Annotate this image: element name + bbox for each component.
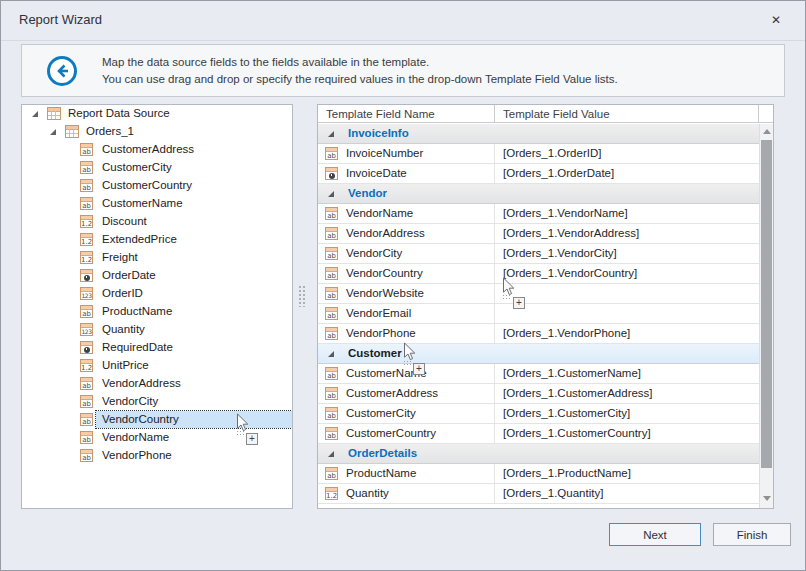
- tree-field-label: ExtendedPrice: [102, 233, 177, 245]
- column-header-template-field-name[interactable]: Template Field Name: [318, 105, 495, 123]
- tree-field-label: Quantity: [102, 323, 145, 335]
- tree-field-requireddate[interactable]: RequiredDate: [22, 339, 292, 357]
- template-field-name-cell: abCustomerName: [318, 364, 495, 383]
- grid-row-vendorwebsite: abVendorWebsite: [318, 284, 759, 304]
- field-name-label: VendorWebsite: [346, 287, 424, 299]
- template-field-value-cell[interactable]: [Orders_1.ProductName]: [495, 464, 759, 483]
- tree-field-vendorcity[interactable]: abVendorCity: [22, 393, 292, 411]
- next-button[interactable]: Next: [609, 523, 701, 546]
- template-field-value-cell[interactable]: [Orders_1.VendorCity]: [495, 244, 759, 263]
- expand-collapse-icon[interactable]: [50, 129, 56, 135]
- tree-field-extendedprice[interactable]: 1.2ExtendedPrice: [22, 231, 292, 249]
- expand-collapse-icon[interactable]: [32, 111, 38, 117]
- scroll-up-icon[interactable]: [760, 124, 773, 139]
- template-field-value-cell[interactable]: [Orders_1.CustomerCountry]: [495, 424, 759, 443]
- instruction-line-1: Map the data source fields to the fields…: [102, 54, 618, 71]
- tree-field-label: VendorName: [102, 431, 169, 443]
- tree-field-freight[interactable]: 1.2Freight: [22, 249, 292, 267]
- group-row-invoiceinfo[interactable]: InvoiceInfo: [318, 124, 759, 144]
- tree-field-customercountry[interactable]: abCustomerCountry: [22, 177, 292, 195]
- expand-collapse-icon[interactable]: [328, 351, 334, 357]
- field-value-text: [Orders_1.VendorCountry]: [503, 267, 637, 279]
- template-field-value-cell[interactable]: [Orders_1.OrderDate]: [495, 164, 759, 183]
- field-value-text: [Orders_1.OrderID]: [503, 147, 601, 159]
- text-field-icon: ab: [325, 207, 338, 220]
- template-field-name-cell: abVendorEmail: [318, 304, 495, 323]
- group-row-vendor[interactable]: Vendor: [318, 184, 759, 204]
- finish-button[interactable]: Finish: [713, 523, 791, 546]
- tree-field-productname[interactable]: abProductName: [22, 303, 292, 321]
- back-arrow-icon[interactable]: [46, 55, 78, 87]
- text-field-icon: ab: [325, 307, 338, 320]
- field-name-label: CustomerCountry: [346, 427, 436, 439]
- field-value-text: [Orders_1.CustomerAddress]: [503, 387, 653, 399]
- text-field-icon: ab: [80, 305, 93, 318]
- grid-row-vendoraddress: abVendorAddress[Orders_1.VendorAddress]: [318, 224, 759, 244]
- tree-field-unitprice[interactable]: 1.2UnitPrice: [22, 357, 292, 375]
- template-field-name-cell: abVendorName: [318, 204, 495, 223]
- tree-field-quantity[interactable]: 123Quantity: [22, 321, 292, 339]
- template-field-value-cell[interactable]: [Orders_1.VendorAddress]: [495, 224, 759, 243]
- group-row-customer[interactable]: Customer: [318, 344, 759, 364]
- grid-row-customername: abCustomerName[Orders_1.CustomerName]: [318, 364, 759, 384]
- tree-field-vendorphone[interactable]: abVendorPhone: [22, 447, 292, 465]
- expand-collapse-icon[interactable]: [328, 131, 334, 137]
- template-field-value-cell[interactable]: [Orders_1.VendorName]: [495, 204, 759, 223]
- date-field-icon: [325, 167, 338, 180]
- decimal-field-icon: 1.2: [80, 215, 93, 228]
- expand-collapse-icon[interactable]: [328, 191, 334, 197]
- field-name-label: CustomerAddress: [346, 387, 438, 399]
- template-field-value-cell[interactable]: [Orders_1.VendorPhone]: [495, 324, 759, 343]
- template-field-value-cell[interactable]: [495, 304, 759, 323]
- wizard-instructions: Map the data source fields to the fields…: [102, 54, 618, 88]
- tree-node-label: Report Data Source: [68, 107, 170, 119]
- text-field-icon: ab: [325, 327, 338, 340]
- text-field-icon: ab: [325, 147, 338, 160]
- tree-field-customername[interactable]: abCustomerName: [22, 195, 292, 213]
- vertical-scrollbar[interactable]: [759, 124, 773, 508]
- grid-row-invoicenumber: abInvoiceNumber[Orders_1.OrderID]: [318, 144, 759, 164]
- tree-field-label: VendorAddress: [102, 377, 181, 389]
- template-field-value-cell[interactable]: [Orders_1.Quantity]: [495, 484, 759, 503]
- group-row-orderdetails[interactable]: OrderDetails: [318, 444, 759, 464]
- grid-body: InvoiceInfoabInvoiceNumber[Orders_1.Orde…: [318, 124, 759, 504]
- tree-field-discount[interactable]: 1.2Discount: [22, 213, 292, 231]
- tree-field-orderdate[interactable]: OrderDate: [22, 267, 292, 285]
- scrollbar-thumb[interactable]: [761, 140, 772, 468]
- template-field-value-cell[interactable]: [495, 284, 759, 303]
- table-icon: [47, 107, 61, 120]
- integer-field-icon: 123: [80, 287, 93, 300]
- tree-field-customercity[interactable]: abCustomerCity: [22, 159, 292, 177]
- template-field-value-cell[interactable]: [Orders_1.OrderID]: [495, 144, 759, 163]
- expand-collapse-icon[interactable]: [328, 451, 334, 457]
- tree-field-orderid[interactable]: 123OrderID: [22, 285, 292, 303]
- close-icon[interactable]: ✕: [767, 11, 785, 29]
- template-field-value-cell[interactable]: [Orders_1.CustomerCity]: [495, 404, 759, 423]
- template-field-value-cell[interactable]: [Orders_1.CustomerAddress]: [495, 384, 759, 403]
- tree-field-label: OrderID: [102, 287, 143, 299]
- tree-field-label: VendorCountry: [102, 413, 179, 425]
- tree-field-vendorcountry[interactable]: abVendorCountry: [22, 411, 292, 429]
- scroll-down-icon[interactable]: [760, 491, 773, 506]
- field-name-label: VendorEmail: [346, 307, 411, 319]
- template-field-value-cell[interactable]: [Orders_1.CustomerName]: [495, 364, 759, 383]
- tree-node-orders-1[interactable]: Orders_1: [22, 123, 292, 141]
- tree-field-label: CustomerName: [102, 197, 183, 209]
- template-field-name-cell: abVendorPhone: [318, 324, 495, 343]
- tree-field-vendorname[interactable]: abVendorName: [22, 429, 292, 447]
- field-name-label: InvoiceDate: [346, 167, 407, 179]
- grid-header: Template Field Name Template Field Value: [318, 105, 773, 124]
- text-field-icon: ab: [80, 377, 93, 390]
- tree-node-report-data-source[interactable]: Report Data Source: [22, 105, 292, 123]
- tree-field-customeraddress[interactable]: abCustomerAddress: [22, 141, 292, 159]
- grid-row-vendorcity: abVendorCity[Orders_1.VendorCity]: [318, 244, 759, 264]
- field-value-text: [Orders_1.VendorPhone]: [503, 327, 630, 339]
- grid-row-quantity: 1.2Quantity[Orders_1.Quantity]: [318, 484, 759, 504]
- column-header-template-field-value[interactable]: Template Field Value: [495, 105, 759, 123]
- tree-field-vendoraddress[interactable]: abVendorAddress: [22, 375, 292, 393]
- template-field-name-cell: abVendorWebsite: [318, 284, 495, 303]
- tree-node-label: Orders_1: [86, 125, 134, 137]
- splitter-grip[interactable]: [298, 285, 306, 307]
- template-field-value-cell[interactable]: [Orders_1.VendorCountry]: [495, 264, 759, 283]
- tree-field-label: CustomerCity: [102, 161, 172, 173]
